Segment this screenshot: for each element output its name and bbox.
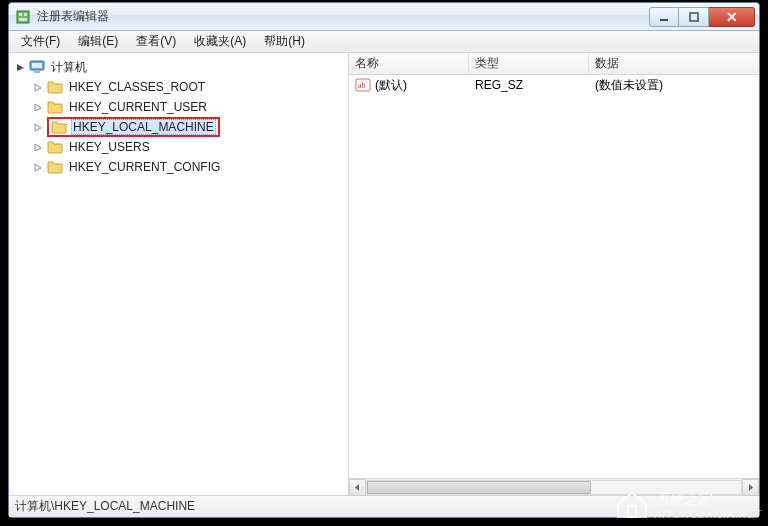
folder-icon <box>47 139 63 155</box>
expander-icon[interactable] <box>31 160 45 174</box>
svg-rect-4 <box>660 19 668 21</box>
tree-item[interactable]: HKEY_CURRENT_USER <box>11 97 346 117</box>
column-header-type[interactable]: 类型 <box>469 53 589 74</box>
tree-item[interactable]: HKEY_LOCAL_MACHINE <box>11 117 346 137</box>
scroll-right-arrow[interactable] <box>742 479 759 496</box>
tree-root-label: 计算机 <box>49 58 89 77</box>
tree: 计算机 HKEY_CLASSES_ROOTHKEY_CURRENT_USERHK… <box>11 57 346 177</box>
folder-icon <box>47 79 63 95</box>
column-header-data[interactable]: 数据 <box>589 53 759 74</box>
menu-help[interactable]: 帮助(H) <box>256 31 313 52</box>
value-name: (默认) <box>375 77 407 94</box>
value-data: (数值未设置) <box>589 77 759 94</box>
svg-rect-8 <box>32 63 42 68</box>
svg-marker-12 <box>35 124 41 131</box>
minimize-button[interactable] <box>649 7 679 27</box>
statusbar: 计算机\HKEY_LOCAL_MACHINE <box>9 495 759 517</box>
tree-item-label: HKEY_USERS <box>67 139 152 155</box>
window-title: 注册表编辑器 <box>37 8 649 25</box>
list-body[interactable]: ab(默认)REG_SZ(数值未设置) <box>349 75 759 478</box>
svg-marker-14 <box>35 164 41 171</box>
string-value-icon: ab <box>355 77 371 93</box>
scroll-thumb[interactable] <box>367 481 591 494</box>
tree-pane[interactable]: 计算机 HKEY_CLASSES_ROOTHKEY_CURRENT_USERHK… <box>9 53 349 495</box>
svg-marker-13 <box>35 144 41 151</box>
svg-rect-3 <box>19 18 27 21</box>
svg-rect-1 <box>19 13 22 16</box>
value-type: REG_SZ <box>469 78 589 92</box>
folder-icon <box>47 99 63 115</box>
app-icon <box>15 9 31 25</box>
maximize-button[interactable] <box>679 7 709 27</box>
values-pane: 名称 类型 数据 ab(默认)REG_SZ(数值未设置) <box>349 53 759 495</box>
computer-icon <box>29 59 45 75</box>
client-area: 计算机 HKEY_CLASSES_ROOTHKEY_CURRENT_USERHK… <box>9 53 759 495</box>
expander-icon[interactable] <box>31 80 45 94</box>
close-button[interactable]: ✕ <box>709 7 755 27</box>
expander-icon[interactable] <box>31 100 45 114</box>
list-row[interactable]: ab(默认)REG_SZ(数值未设置) <box>349 75 759 95</box>
folder-icon <box>51 119 67 135</box>
tree-item-label: HKEY_CURRENT_USER <box>67 99 209 115</box>
expander-icon[interactable] <box>31 140 45 154</box>
menubar: 文件(F) 编辑(E) 查看(V) 收藏夹(A) 帮助(H) <box>9 31 759 53</box>
tree-item-label: HKEY_CURRENT_CONFIG <box>67 159 222 175</box>
svg-text:ab: ab <box>358 81 366 90</box>
tree-item-label: HKEY_CLASSES_ROOT <box>67 79 207 95</box>
svg-rect-2 <box>24 13 27 16</box>
svg-rect-5 <box>690 13 698 21</box>
folder-icon <box>47 159 63 175</box>
tree-item[interactable]: HKEY_CURRENT_CONFIG <box>11 157 346 177</box>
scroll-track[interactable] <box>366 480 742 495</box>
tree-root[interactable]: 计算机 <box>11 57 346 77</box>
menu-file[interactable]: 文件(F) <box>13 31 68 52</box>
column-header-name[interactable]: 名称 <box>349 53 469 74</box>
svg-marker-6 <box>17 64 24 71</box>
menu-favorites[interactable]: 收藏夹(A) <box>186 31 254 52</box>
registry-editor-window: 注册表编辑器 ✕ 文件(F) 编辑(E) 查看(V) 收藏夹(A) 帮助(H) <box>8 2 760 518</box>
svg-marker-10 <box>35 84 41 91</box>
menu-edit[interactable]: 编辑(E) <box>70 31 126 52</box>
svg-marker-11 <box>35 104 41 111</box>
svg-rect-0 <box>17 11 29 23</box>
titlebar: 注册表编辑器 ✕ <box>9 3 759 31</box>
svg-marker-18 <box>749 484 753 491</box>
tree-item[interactable]: HKEY_CLASSES_ROOT <box>11 77 346 97</box>
expander-icon[interactable] <box>31 120 45 134</box>
tree-item[interactable]: HKEY_USERS <box>11 137 346 157</box>
tree-item-label: HKEY_LOCAL_MACHINE <box>71 119 216 135</box>
svg-marker-17 <box>355 484 359 491</box>
scroll-left-arrow[interactable] <box>349 479 366 496</box>
horizontal-scrollbar[interactable] <box>349 478 759 495</box>
status-path: 计算机\HKEY_LOCAL_MACHINE <box>15 498 195 515</box>
menu-view[interactable]: 查看(V) <box>128 31 184 52</box>
window-buttons: ✕ <box>649 7 755 27</box>
list-header: 名称 类型 数据 <box>349 53 759 75</box>
highlight-box: HKEY_LOCAL_MACHINE <box>47 117 220 137</box>
svg-rect-9 <box>34 71 40 73</box>
expander-icon[interactable] <box>13 60 27 74</box>
